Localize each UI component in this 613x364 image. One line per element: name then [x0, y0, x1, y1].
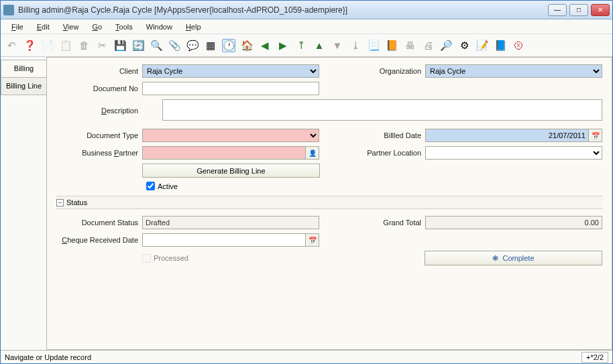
previous-record-icon[interactable]: ▲ — [313, 39, 326, 52]
statusbar: Navigate or Update record +*2/2 — [1, 350, 612, 363]
exit-icon[interactable]: ⮾ — [512, 39, 525, 52]
document-no-input[interactable] — [142, 82, 319, 95]
menu-tools[interactable]: Tools — [110, 21, 138, 32]
status-collapse-toggle[interactable]: − — [56, 199, 64, 206]
last-record-icon: ⤓ — [349, 39, 362, 52]
new-icon: 📄 — [41, 39, 54, 52]
copy-icon: 📋 — [59, 39, 72, 52]
request-icon[interactable]: 📝 — [476, 39, 489, 52]
label-status-section: Status — [66, 198, 87, 206]
maximize-button[interactable]: □ — [569, 4, 588, 16]
home-icon[interactable]: 🏠 — [240, 39, 254, 52]
report-icon[interactable]: 📃 — [367, 39, 380, 52]
menubar: File Edit View Go Tools Window Help — [1, 19, 612, 34]
label-active: Active — [158, 182, 178, 190]
minimize-button[interactable]: — — [548, 4, 567, 16]
menu-window[interactable]: Window — [141, 21, 178, 32]
form-panel: Client Raja Cycle Organization Raja Cycl… — [46, 57, 612, 350]
label-business-partner: Business Partner — [56, 149, 142, 157]
billed-date-picker-button[interactable]: 📅 — [589, 129, 602, 142]
cheque-date-input[interactable] — [142, 233, 306, 247]
menu-edit[interactable]: Edit — [32, 21, 55, 32]
document-status-field: Drafted — [142, 216, 319, 229]
active-checkbox[interactable] — [146, 182, 155, 190]
complete-button-label: Complete — [502, 254, 534, 262]
tab-billing[interactable]: Billing — [1, 60, 46, 78]
gear-icon: ❋ — [492, 254, 498, 263]
complete-button[interactable]: ❋ Complete — [425, 251, 602, 265]
billed-date-input[interactable] — [425, 129, 589, 142]
processed-checkbox — [142, 254, 151, 263]
partner-location-select[interactable] — [425, 146, 602, 160]
generate-billing-line-button[interactable]: Generate Billing Line — [142, 164, 320, 178]
tab-billing-line[interactable]: Billing Line — [1, 77, 46, 95]
history-icon[interactable]: 🕐 — [222, 39, 235, 52]
menu-go[interactable]: Go — [87, 21, 107, 32]
label-billed-date: Billled Date — [339, 131, 425, 139]
label-processed: Processed — [154, 254, 188, 262]
next-record-icon: ▼ — [331, 39, 344, 52]
close-button[interactable]: ✕ — [591, 4, 610, 16]
label-grand-total: Grand Total — [339, 219, 425, 227]
label-document-no: Document No — [56, 84, 142, 93]
product-info-icon[interactable]: 📘 — [494, 39, 507, 52]
label-document-type: Document Type — [56, 131, 142, 139]
window-title: Billing admin@Raja Cycle.Raja Cycle [MyA… — [18, 5, 548, 15]
status-message: Navigate or Update record — [5, 353, 581, 361]
organization-select[interactable]: Raja Cycle — [425, 64, 602, 78]
save-icon[interactable]: 💾 — [113, 39, 127, 52]
document-type-select[interactable] — [142, 129, 319, 142]
delete-icon: 🗑 — [77, 39, 91, 52]
app-icon — [3, 5, 14, 15]
print-icon: 🖨 — [421, 39, 435, 52]
refresh-icon[interactable]: 🔄 — [131, 39, 145, 52]
find-icon[interactable]: 🔍 — [150, 39, 163, 52]
detail-record-icon[interactable]: ▶ — [276, 39, 290, 52]
business-partner-lookup-button[interactable]: 👤 — [306, 146, 319, 160]
client-select[interactable]: Raja Cycle — [142, 64, 319, 78]
archive-icon[interactable]: 📙 — [385, 39, 398, 52]
parent-record-icon[interactable]: ◀ — [258, 39, 272, 52]
label-description: Description — [56, 107, 142, 115]
delete-selection-icon: ✂ — [95, 39, 109, 52]
toolbar: ↶ ❓ 📄 📋 🗑 ✂ 💾 🔄 🔍 📎 💬 ▦ 🕐 🏠 ◀ ▶ ⤒ ▲ ▼ ⤓ … — [1, 34, 612, 57]
tab-strip: Billing Billing Line — [1, 57, 46, 350]
label-document-status: Document Status — [56, 219, 142, 227]
print-preview-icon: 🖶 — [403, 39, 416, 52]
grid-toggle-icon[interactable]: ▦ — [204, 39, 217, 52]
menu-help[interactable]: Help — [180, 21, 207, 32]
description-input[interactable] — [162, 99, 602, 121]
zoom-across-icon[interactable]: 🔎 — [439, 39, 453, 52]
menu-file[interactable]: File — [6, 21, 29, 32]
grand-total-field: 0.00 — [425, 216, 602, 229]
label-client: Client — [56, 67, 142, 75]
label-cheque-date: Cheque Received Date — [56, 236, 142, 244]
label-organization: Organization — [339, 67, 425, 75]
status-section-header: − Status — [56, 196, 602, 209]
cheque-date-picker-button[interactable]: 📅 — [306, 233, 319, 247]
menu-view[interactable]: View — [58, 21, 85, 32]
first-record-icon[interactable]: ⤒ — [294, 39, 308, 52]
status-position: +*2/2 — [581, 352, 608, 363]
label-partner-location: Partner Location — [339, 149, 425, 157]
workflow-icon[interactable]: ⚙ — [457, 39, 471, 52]
undo-icon: ↶ — [5, 39, 18, 52]
titlebar: Billing admin@Raja Cycle.Raja Cycle [MyA… — [1, 1, 612, 19]
business-partner-input[interactable] — [142, 146, 306, 160]
help-icon[interactable]: ❓ — [23, 39, 36, 52]
chat-icon[interactable]: 💬 — [186, 39, 199, 52]
attachment-icon[interactable]: 📎 — [168, 39, 181, 52]
